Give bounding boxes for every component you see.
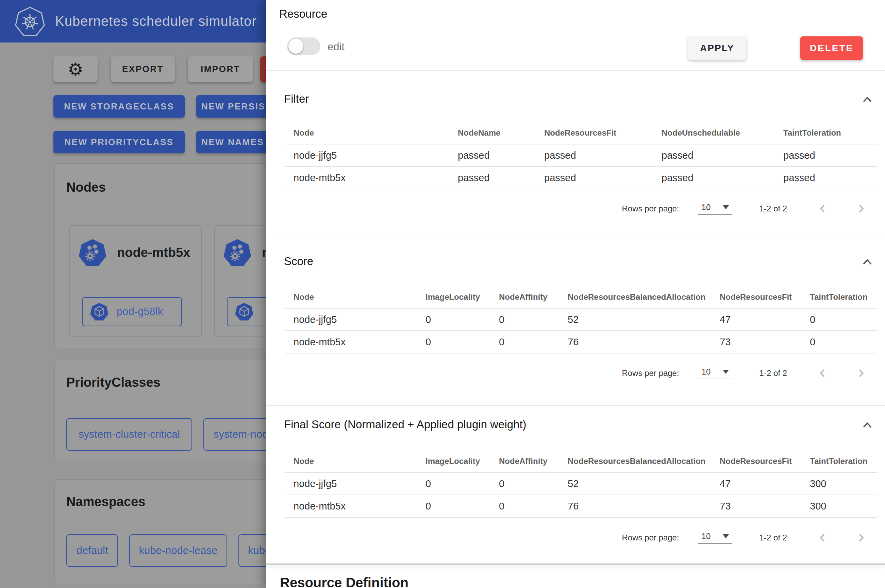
- rows-per-page-select[interactable]: 10: [698, 202, 732, 215]
- node-name: node-mtb5x: [117, 245, 190, 260]
- delete-button[interactable]: DELETE: [800, 36, 863, 60]
- page-range: 1-2 of 2: [759, 533, 787, 543]
- node-icon: [78, 238, 107, 267]
- cell-node: node-jjfg5: [285, 308, 417, 331]
- table-header-row: Node NodeName NodeResourcesFit NodeUnsch…: [285, 122, 877, 144]
- rows-per-page-select[interactable]: 10: [698, 532, 732, 544]
- divider: [266, 70, 885, 71]
- divider: [266, 405, 885, 406]
- column-header: ImageLocality: [417, 450, 490, 472]
- column-header: TaintToleration: [801, 286, 877, 308]
- export-button[interactable]: EXPORT: [111, 56, 175, 82]
- pod-icon: [234, 302, 254, 321]
- chevron-left-icon: [817, 368, 828, 378]
- cell: 0: [417, 495, 490, 517]
- rows-per-page-select[interactable]: 10: [698, 367, 732, 379]
- final-score-section-title: Final Score (Normalized + Applied plugin…: [284, 418, 526, 431]
- chevron-up-icon[interactable]: [862, 96, 872, 104]
- table-row: node-jjfg5 0 0 52 47 0: [285, 308, 877, 331]
- cell: 0: [490, 495, 559, 517]
- cell: passed: [449, 144, 536, 166]
- resource-drawer: Resource edit APPLY DELETE Filter Node N…: [266, 0, 885, 588]
- edit-toggle[interactable]: [287, 38, 320, 55]
- cell: passed: [536, 166, 653, 189]
- cell: 0: [801, 308, 877, 331]
- cell: 76: [559, 331, 711, 353]
- chevron-right-icon: [856, 368, 866, 378]
- cell: passed: [653, 144, 775, 166]
- prev-page-button[interactable]: [817, 368, 829, 379]
- new-priorityclass-button[interactable]: NEW PRIORITYCLASS: [53, 131, 185, 153]
- settings-button[interactable]: ⚙: [53, 56, 98, 82]
- new-storageclass-button[interactable]: NEW STORAGECLASS: [53, 95, 185, 118]
- chevron-left-icon: [817, 204, 828, 214]
- next-page-button[interactable]: [855, 368, 867, 379]
- filter-section-title: Filter: [284, 93, 309, 105]
- column-header: TaintToleration: [775, 122, 877, 144]
- cell: 300: [801, 495, 877, 517]
- cell: 300: [801, 472, 877, 495]
- cell: 47: [711, 308, 801, 331]
- node-card-mtb5x[interactable]: node-mtb5x pod-g58lk: [69, 225, 202, 337]
- cell: 73: [711, 495, 801, 517]
- chevron-right-icon: [856, 532, 866, 543]
- column-header: NodeAffinity: [490, 286, 559, 308]
- pod-name: pod-g58lk: [117, 306, 163, 318]
- column-header: Node: [285, 286, 417, 308]
- cell: passed: [775, 166, 877, 189]
- cell-node: node-jjfg5: [285, 472, 417, 495]
- kubernetes-logo-icon: [14, 6, 45, 37]
- divider: [266, 564, 885, 564]
- table-row: node-jjfg5 0 0 52 47 300: [285, 472, 877, 495]
- cell: passed: [775, 144, 877, 166]
- next-page-button[interactable]: [855, 532, 867, 543]
- priorityclass-chip-system-cluster-critical[interactable]: system-cluster-critical: [66, 418, 192, 451]
- score-section-title: Score: [284, 255, 313, 268]
- cell: 52: [559, 308, 711, 331]
- cell: 47: [711, 472, 801, 495]
- edit-toggle-thumb: [288, 39, 304, 54]
- cell: 0: [801, 331, 877, 353]
- column-header: NodeName: [449, 122, 536, 144]
- cell: passed: [653, 166, 775, 189]
- pod-chip[interactable]: pod-g58lk: [82, 297, 182, 326]
- table-row: node-mtb5x 0 0 76 73 0: [285, 331, 877, 353]
- apply-button[interactable]: APPLY: [688, 36, 746, 60]
- filter-pagination: Rows per page: 10 1-2 of 2: [285, 201, 877, 217]
- namespace-chip-kube-node-lease[interactable]: kube-node-lease: [129, 534, 227, 567]
- priorityclasses-panel: PriorityClasses system-cluster-critical …: [54, 360, 293, 462]
- next-page-button[interactable]: [855, 203, 867, 214]
- chevron-left-icon: [817, 532, 828, 543]
- import-button[interactable]: IMPORT: [188, 56, 253, 82]
- table-row: node-jjfg5 passed passed passed passed: [285, 144, 877, 166]
- column-header: NodeResourcesFit: [711, 286, 801, 308]
- cell-node: node-mtb5x: [285, 495, 417, 517]
- namespace-chip-default[interactable]: default: [66, 534, 118, 567]
- column-header: NodeUnschedulable: [653, 122, 775, 144]
- prev-page-button[interactable]: [817, 532, 829, 543]
- cell-node: node-mtb5x: [285, 331, 417, 353]
- chevron-up-icon[interactable]: [862, 258, 872, 266]
- cell: 0: [490, 472, 559, 495]
- column-header: NodeResourcesFit: [711, 450, 801, 472]
- nodes-panel-title: Nodes: [66, 180, 106, 195]
- cell: 0: [490, 331, 559, 353]
- column-header: TaintToleration: [801, 450, 877, 472]
- rows-per-page-value: 10: [702, 532, 711, 541]
- caret-down-icon: [723, 205, 729, 209]
- rows-per-page-value: 10: [702, 367, 711, 376]
- score-pagination: Rows per page: 10 1-2 of 2: [285, 365, 877, 381]
- caret-down-icon: [723, 534, 729, 538]
- cell: passed: [536, 144, 653, 166]
- cell: 0: [417, 331, 490, 353]
- table-header-row: Node ImageLocality NodeAffinity NodeReso…: [285, 450, 877, 472]
- prev-page-button[interactable]: [817, 203, 829, 214]
- edit-toggle-label: edit: [328, 41, 344, 53]
- cell: 76: [559, 495, 711, 517]
- nodes-panel: Nodes node-mtb5x: [54, 163, 293, 348]
- resource-definition-title: Resource Definition: [280, 575, 409, 588]
- chevron-right-icon: [856, 204, 866, 214]
- chevron-up-icon[interactable]: [862, 422, 872, 429]
- namespaces-panel: Namespaces default kube-node-lease kube: [54, 479, 293, 585]
- cell-node: node-mtb5x: [285, 166, 449, 189]
